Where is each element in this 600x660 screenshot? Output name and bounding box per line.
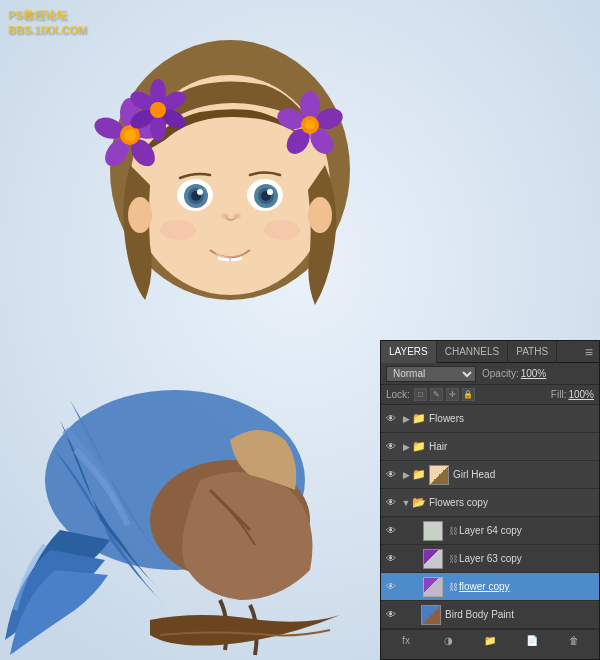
layer-name-flowers-copy: Flowers copy [429, 497, 597, 508]
layers-panel: LAYERS CHANNELS PATHS ≡ Normal Multiply … [380, 340, 600, 660]
eye-icon-hair[interactable]: 👁 [383, 439, 399, 455]
new-group-button[interactable]: 📁 [481, 633, 499, 649]
blend-mode-select[interactable]: Normal Multiply Screen [386, 366, 476, 382]
opacity-value[interactable]: 100% [521, 368, 547, 379]
lock-label: Lock: [386, 389, 410, 400]
lock-position-button[interactable]: ✛ [446, 388, 459, 401]
layer-name-girl-head: Girl Head [453, 469, 597, 480]
delete-layer-button[interactable]: 🗑 [565, 633, 583, 649]
fill-value[interactable]: 100% [568, 389, 594, 400]
svg-point-16 [233, 213, 241, 219]
thumb-bird-body-paint [421, 605, 441, 625]
svg-point-42 [308, 197, 332, 233]
eye-icon-flowers-copy[interactable]: 👁 [383, 495, 399, 511]
chain-icon-layer64copy: ⛓ [447, 523, 459, 539]
lock-icons: □ ✎ ✛ 🔒 [414, 388, 475, 401]
thumb-layer64copy [423, 521, 443, 541]
blend-opacity-row: Normal Multiply Screen Opacity: 100% [381, 363, 599, 385]
tab-layers[interactable]: LAYERS [381, 341, 437, 363]
folder-icon-girl-head: 📁 [411, 467, 427, 483]
opacity-label: Opacity: [482, 368, 519, 379]
arrow-flowers-copy[interactable]: ▼ [401, 495, 411, 511]
tab-paths[interactable]: PATHS [508, 341, 557, 363]
chain-icon-layer63copy: ⛓ [447, 551, 459, 567]
layer-row-layer64copy[interactable]: 👁 ▶ ⛓ Layer 64 copy [381, 517, 599, 545]
panel-tab-bar: LAYERS CHANNELS PATHS ≡ [381, 341, 599, 363]
layer-row-hair[interactable]: 👁 ▶ 📁 Hair [381, 433, 599, 461]
thumb-girl-head [429, 465, 449, 485]
eye-icon-girl-head[interactable]: 👁 [383, 467, 399, 483]
layer-name-hair: Hair [429, 441, 597, 452]
eye-icon-flowers[interactable]: 👁 [383, 411, 399, 427]
lock-fill-row: Lock: □ ✎ ✛ 🔒 Fill: 100% [381, 385, 599, 405]
arrow-girl-head[interactable]: ▶ [401, 467, 411, 483]
layers-list: 👁 ▶ 📁 Flowers 👁 ▶ 📁 Hair 👁 ▶ 📁 Girl Head… [381, 405, 599, 629]
eye-icon-layer64copy[interactable]: 👁 [383, 523, 399, 539]
arrow-hair[interactable]: ▶ [401, 439, 411, 455]
layer-row-flowers-copy[interactable]: 👁 ▼ 📂 Flowers copy [381, 489, 599, 517]
watermark: PS教程论坛 BBS.1IXX.COM [8, 8, 87, 39]
tab-channels[interactable]: CHANNELS [437, 341, 508, 363]
panel-bottom-toolbar: fx ◑ 📁 📄 🗑 [381, 629, 599, 651]
folder-icon-flowers: 📁 [411, 411, 427, 427]
layer-row-flower-copy[interactable]: 👁 ▶ ⛓ flower copy [381, 573, 599, 601]
chain-icon-flower-copy: ⛓ [447, 579, 459, 595]
eye-icon-flower-copy[interactable]: 👁 [383, 579, 399, 595]
lock-all-button[interactable]: 🔒 [462, 388, 475, 401]
thumb-flower-copy [423, 577, 443, 597]
arrow-flowers[interactable]: ▶ [401, 411, 411, 427]
svg-point-9 [197, 189, 203, 195]
eye-icon-layer63copy[interactable]: 👁 [383, 551, 399, 567]
folder-icon-flowers-copy: 📂 [411, 495, 427, 511]
layer-name-flower-copy: flower copy [459, 581, 597, 592]
layer-row-bird-body-paint[interactable]: 👁 ▶ Bird Body Paint [381, 601, 599, 629]
eye-icon-bird-body-paint[interactable]: 👁 [383, 607, 399, 623]
new-layer-button[interactable]: 📄 [523, 633, 541, 649]
svg-point-26 [124, 129, 136, 141]
layer-row-flowers[interactable]: 👁 ▶ 📁 Flowers [381, 405, 599, 433]
panel-menu-button[interactable]: ≡ [579, 341, 599, 363]
new-adjustment-button[interactable]: ◑ [439, 633, 457, 649]
svg-point-19 [264, 220, 300, 240]
layer-row-layer63copy[interactable]: 👁 ▶ ⛓ Layer 63 copy [381, 545, 599, 573]
thumb-layer63copy [423, 549, 443, 569]
svg-point-41 [128, 197, 152, 233]
svg-point-40 [305, 120, 315, 130]
svg-point-33 [150, 102, 166, 118]
folder-icon-hair: 📁 [411, 439, 427, 455]
layer-name-bird-body-paint: Bird Body Paint [445, 609, 597, 620]
svg-point-18 [160, 220, 196, 240]
svg-point-15 [221, 213, 229, 219]
lock-pixels-button[interactable]: ✎ [430, 388, 443, 401]
layer-name-layer63copy: Layer 63 copy [459, 553, 597, 564]
svg-point-34 [300, 91, 320, 119]
layer-row-girl-head[interactable]: 👁 ▶ 📁 Girl Head [381, 461, 599, 489]
layer-name-layer64copy: Layer 64 copy [459, 525, 597, 536]
svg-point-14 [267, 189, 273, 195]
lock-transparent-button[interactable]: □ [414, 388, 427, 401]
fx-button[interactable]: fx [397, 633, 415, 649]
fill-label: Fill: [551, 389, 567, 400]
layer-name-flowers: Flowers [429, 413, 597, 424]
